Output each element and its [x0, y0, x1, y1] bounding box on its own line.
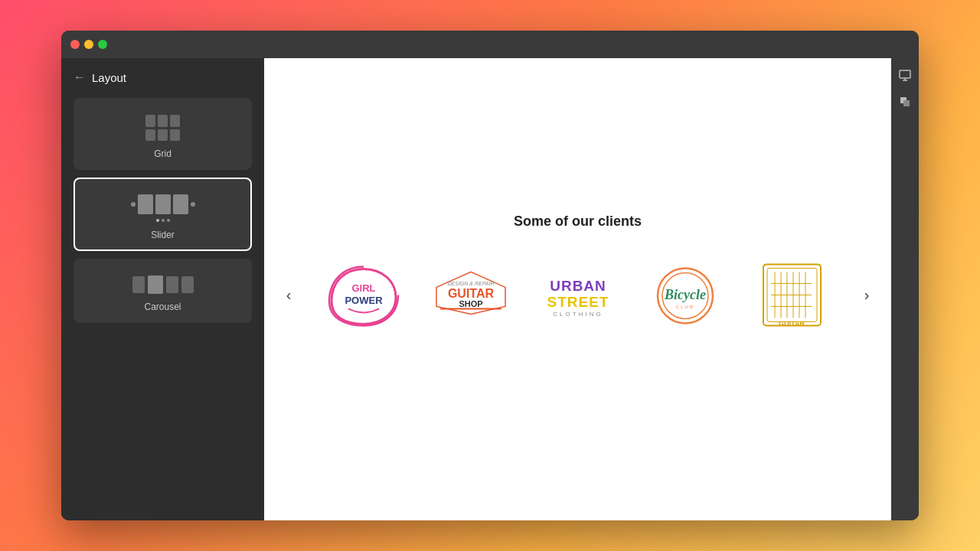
grid-preview-icon	[145, 115, 181, 141]
slider-card	[155, 194, 171, 214]
slider-ind-dot	[162, 219, 165, 222]
grid-cell	[158, 115, 168, 127]
urban-street-svg: URBAN STREET CLOTHING	[536, 264, 620, 325]
carousel-card	[132, 276, 145, 293]
svg-text:Bicycle: Bicycle	[664, 287, 706, 302]
right-toolbar	[891, 58, 919, 520]
client-logo-girl-power: GIRL POWER	[318, 260, 410, 329]
grid-cell	[158, 129, 168, 142]
slider-preview-icon	[131, 194, 195, 222]
bicycle-svg: Bicycle CLUB	[647, 262, 724, 328]
carousel-label: Carousel	[144, 302, 181, 312]
slider-ind-dot	[156, 219, 159, 222]
svg-text:URBAN: URBAN	[550, 278, 606, 294]
svg-text:CLOTHING: CLOTHING	[553, 311, 603, 318]
client-logo-urban-street: URBAN STREET CLOTHING	[532, 260, 624, 329]
monitor-button[interactable]	[893, 64, 916, 87]
slider-cards	[138, 194, 188, 214]
sidebar-header: ← Layout	[74, 70, 252, 84]
layout-option-slider[interactable]: Slider	[74, 178, 252, 251]
browser-dots	[70, 40, 107, 49]
browser-window: ← Layout Grid	[61, 31, 919, 520]
slider-icon	[131, 194, 195, 214]
grid-cell	[170, 115, 180, 127]
layout-option-grid[interactable]: Grid	[74, 98, 252, 170]
grid-cell	[145, 115, 155, 127]
svg-text:CLUB: CLUB	[675, 305, 694, 309]
svg-rect-28	[903, 100, 910, 106]
slider-ind-dot	[167, 219, 170, 222]
dot-red[interactable]	[70, 40, 80, 49]
main-content: Some of our clients ‹ GIRL POWER	[264, 58, 891, 520]
grid-cell	[145, 129, 155, 142]
layout-option-carousel[interactable]: Carousel	[74, 259, 252, 323]
svg-text:GIRL: GIRL	[351, 282, 375, 294]
back-button[interactable]: ←	[74, 70, 86, 84]
svg-text:POWER: POWER	[345, 295, 383, 306]
slider-dot	[191, 202, 195, 207]
slider-label: Slider	[151, 230, 175, 240]
carousel-preview-icon	[132, 276, 194, 294]
client-logo-guitar-shop: DESIGN & REPAIR GUITAR SHOP	[425, 260, 517, 329]
paint-button[interactable]	[893, 90, 916, 113]
clients-section: Some of our clients ‹ GIRL POWER	[264, 183, 891, 360]
carousel-container: ‹ GIRL POWER	[264, 260, 891, 329]
grid-cell	[170, 129, 180, 142]
svg-text:SHOP: SHOP	[459, 299, 482, 308]
browser-titlebar	[61, 31, 919, 58]
paint-icon	[899, 96, 911, 108]
svg-text:GUITAR: GUITAR	[447, 287, 494, 300]
guitar-shop-svg: DESIGN & REPAIR GUITAR SHOP	[429, 264, 513, 325]
carousel-card-main	[148, 276, 163, 294]
svg-text:GUITAR: GUITAR	[779, 320, 805, 328]
clients-title: Some of our clients	[264, 214, 891, 230]
svg-rect-24	[900, 70, 910, 78]
dot-yellow[interactable]	[84, 40, 93, 49]
slider-indicator	[156, 219, 170, 222]
slider-dot	[131, 202, 136, 207]
slider-card	[173, 194, 188, 214]
acoustic-guitar-svg: GUITAR	[760, 260, 825, 329]
carousel-card	[166, 276, 178, 293]
carousel-prev-button[interactable]: ‹	[276, 282, 301, 307]
slider-card	[138, 194, 153, 214]
svg-text:STREET: STREET	[547, 294, 609, 310]
grid-label: Grid	[154, 148, 172, 159]
carousel-items: GIRL POWER DESIGN & REPAIR GUITAR	[318, 260, 838, 329]
monitor-icon	[899, 70, 911, 82]
client-logo-bicycle: Bicycle CLUB	[639, 260, 731, 329]
carousel-card	[181, 276, 194, 293]
sidebar-title: Layout	[92, 71, 126, 84]
client-logo-acoustic-guitar: GUITAR	[746, 260, 838, 329]
sidebar: ← Layout Grid	[61, 58, 264, 520]
browser-body: ← Layout Grid	[61, 58, 919, 520]
svg-text:DESIGN & REPAIR: DESIGN & REPAIR	[447, 281, 494, 286]
girl-power-svg: GIRL POWER	[325, 262, 402, 328]
carousel-next-button[interactable]: ›	[854, 282, 879, 307]
dot-green[interactable]	[98, 40, 107, 49]
